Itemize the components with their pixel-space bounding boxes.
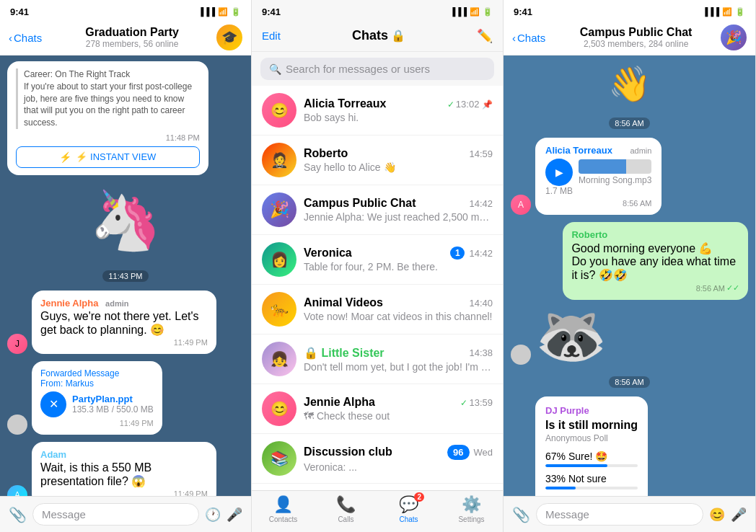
chat-time-alicia: ✓13:02 📌 — [447, 99, 493, 110]
battery-icon-2: 🔋 — [483, 7, 493, 17]
chevron-left-icon-3: ‹ — [512, 32, 516, 44]
poll-bubble: DJ Purple Is it still morning Anonymous … — [535, 396, 648, 496]
play-button[interactable]: ▶ — [545, 159, 573, 186]
edit-button[interactable]: Edit — [262, 30, 281, 42]
chat-item-animal[interactable]: 🐆 Animal Videos 14:40 Vote now! Moar cat… — [252, 285, 503, 334]
chat-name-row-animal: Animal Videos 14:40 — [304, 296, 493, 309]
chat-name-row-discussion: Discussion club 96 Wed — [304, 445, 493, 460]
chat-preview-animal: Vote now! Moar cat videos in this channe… — [304, 311, 493, 322]
poll-votes: 62 votes — [545, 495, 638, 496]
chat-avatar-veronica: 👩 — [262, 242, 296, 277]
campus-avatar-3[interactable]: 🎉 — [721, 25, 747, 50]
calls-icon: 📞 — [336, 495, 356, 514]
status-icons-1: ▐▐▐ 📶 🔋 — [198, 7, 241, 17]
tab-calls[interactable]: 📞 Calls — [325, 495, 368, 523]
audio-row: ▶ Morning Song.mp3 — [545, 159, 651, 186]
audio-sender: Alicia Torreaux — [545, 145, 612, 156]
poll-option-text-1: 67% Sure! 🤩 — [545, 451, 607, 462]
chat-item-veronica[interactable]: 👩 Veronica 1 14:42 Table for four, 2 PM.… — [252, 235, 503, 285]
chat-item-jennie[interactable]: 😊 Jennie Alpha ✓13:59 🗺 Check these out — [252, 384, 503, 434]
avatar-adam: A — [7, 485, 27, 496]
bubble-jennie: Jennie Alpha admin Guys, we're not there… — [32, 291, 216, 354]
sender-jennie: Jennie Alpha admin — [40, 298, 208, 309]
status-bar-3: 9:41 ▐▐▐ 📶 🔋 — [504, 0, 755, 20]
search-input[interactable]: 🔍 Search for messages or users — [260, 58, 494, 80]
settings-icon: ⚙️ — [462, 495, 481, 514]
chat-content-alicia: Alicia Torreaux ✓13:02 📌 Bob says hi. — [304, 97, 493, 123]
back-button-1[interactable]: ‹ Chats — [9, 32, 42, 44]
bottom-tabs: 👤 Contacts 📞 Calls 💬 2 Chats ⚙️ Settings — [252, 490, 503, 532]
battery-icon-3: 🔋 — [735, 7, 745, 17]
file-info: PartyPlan.ppt 135.3 MB / 550.0 MB — [72, 394, 154, 414]
message-input-1[interactable]: Message — [32, 503, 199, 526]
search-icon: 🔍 — [269, 63, 281, 75]
forwarded-bubble: Forwarded MessageFrom: Markus ✕ PartyPla… — [32, 361, 162, 435]
waveform-bar — [579, 159, 651, 174]
attach-icon-1[interactable]: 📎 — [9, 506, 27, 523]
lightning-icon: ⚡ — [59, 151, 71, 163]
chat-name-campus: Campus Public Chat — [304, 197, 416, 210]
chat-item-alicia[interactable]: 😊 Alicia Torreaux ✓13:02 📌 Bob says hi. — [252, 86, 503, 136]
veronica-time-row: 1 14:42 — [450, 247, 493, 260]
chat-preview-alicia: Bob says hi. — [304, 112, 493, 123]
tab-settings[interactable]: ⚙️ Settings — [450, 495, 493, 523]
chat-item-discussion[interactable]: 📚 Discussion club 96 Wed Veronica: ... — [252, 434, 503, 484]
badge-veronica: 1 — [450, 247, 465, 260]
chat-content-veronica: Veronica 1 14:42 Table for four, 2 PM. B… — [304, 247, 493, 272]
msg-time-roberto: 8:56 AM ✓✓ — [571, 283, 739, 293]
bubble-roberto: Roberto Good morning everyone 💪Do you ha… — [563, 222, 748, 300]
avatar-panda-sender — [511, 345, 531, 365]
chat-avatar-jennie2: 😊 — [262, 391, 296, 426]
chat-name-veronica: Veronica — [304, 247, 352, 260]
msg-jennie: J Jennie Alpha admin Guys, we're not the… — [7, 291, 244, 354]
mic-icon-3[interactable]: 🎤 — [731, 507, 747, 523]
compose-button[interactable]: ✏️ — [477, 28, 493, 44]
back-label-3[interactable]: Chats — [517, 32, 545, 44]
group-name-1: Graduation Party — [48, 26, 216, 39]
group-avatar-1[interactable]: 🎓 — [216, 25, 242, 50]
tab-label-settings: Settings — [458, 515, 484, 523]
chat-content-roberto: Roberto 14:59 Say hello to Alice 👋 — [304, 147, 493, 173]
signal-icon-3: ▐▐▐ — [703, 7, 719, 16]
tab-contacts[interactable]: 👤 Contacts — [262, 495, 305, 523]
instant-view-button[interactable]: ⚡ ⚡ INSTANT VIEW — [16, 146, 200, 168]
audio-filesize: 1.7 MB — [545, 186, 651, 196]
chat-name-row-campus: Campus Public Chat 14:42 — [304, 197, 493, 210]
time-856-1: 8:56 AM — [511, 116, 748, 129]
chat-item-campus[interactable]: 🎉 Campus Public Chat 14:42 Jennie Alpha:… — [252, 185, 503, 235]
poll-label: Anonymous Poll — [545, 433, 638, 443]
poll-option-2: 33% Not sure — [545, 473, 638, 489]
mic-icon-1[interactable]: 🎤 — [227, 507, 242, 523]
group-subtitle-1: 278 members, 56 online — [48, 39, 216, 49]
file-size: 135.3 MB / 550.0 MB — [72, 404, 154, 414]
chat-name-row-sister: 🔒 Little Sister 14:38 — [304, 346, 493, 360]
back-button-3[interactable]: ‹ Chats — [512, 32, 545, 44]
message-input-3[interactable]: Message — [536, 503, 703, 526]
poll-bar-bg-1 — [545, 464, 638, 467]
time-2: 9:41 — [262, 6, 281, 17]
back-label-1[interactable]: Chats — [14, 32, 42, 44]
audio-header: Alicia Torreaux admin — [545, 145, 651, 156]
tab-label-contacts: Contacts — [269, 515, 297, 523]
msg-text-roberto: Good morning everyone 💪Do you have any i… — [571, 241, 739, 282]
file-name: PartyPlan.ppt — [72, 394, 154, 404]
admin-badge-jennie: admin — [105, 299, 128, 308]
emoji-icon-3[interactable]: 😊 — [709, 507, 725, 523]
screen-campus-chat: 9:41 ▐▐▐ 📶 🔋 ‹ Chats Campus Public Chat … — [504, 0, 756, 532]
msg-audio-alicia: A Alicia Torreaux admin ▶ Morning Song.m… — [511, 138, 748, 215]
forwarded-label: Forwarded MessageFrom: Markus — [40, 368, 154, 389]
chat-item-sister[interactable]: 👧 🔒 Little Sister 14:38 Don't tell mom y… — [252, 334, 503, 384]
pin-icon-alicia: 📌 — [482, 99, 493, 110]
attach-icon-3[interactable]: 📎 — [512, 506, 530, 523]
signal-icon: ▐▐▐ — [198, 7, 215, 16]
chevron-left-icon-1: ‹ — [9, 32, 12, 44]
audio-filename: Morning Song.mp3 — [579, 175, 651, 185]
chat-avatar-campus: 🎉 — [262, 192, 296, 227]
screens-container: 9:41 ▐▐▐ 📶 🔋 ‹ Chats Graduation Party 27… — [0, 0, 756, 532]
chat-item-roberto[interactable]: 🤵 Roberto 14:59 Say hello to Alice 👋 — [252, 136, 503, 185]
chat-preview-discussion: Veronica: ... — [304, 461, 493, 473]
tab-chats[interactable]: 💬 2 Chats — [387, 495, 431, 523]
sticker-panda: 🦝 — [535, 307, 607, 365]
clock-icon-1[interactable]: 🕐 — [205, 507, 221, 523]
tab-label-chats: Chats — [399, 515, 418, 523]
